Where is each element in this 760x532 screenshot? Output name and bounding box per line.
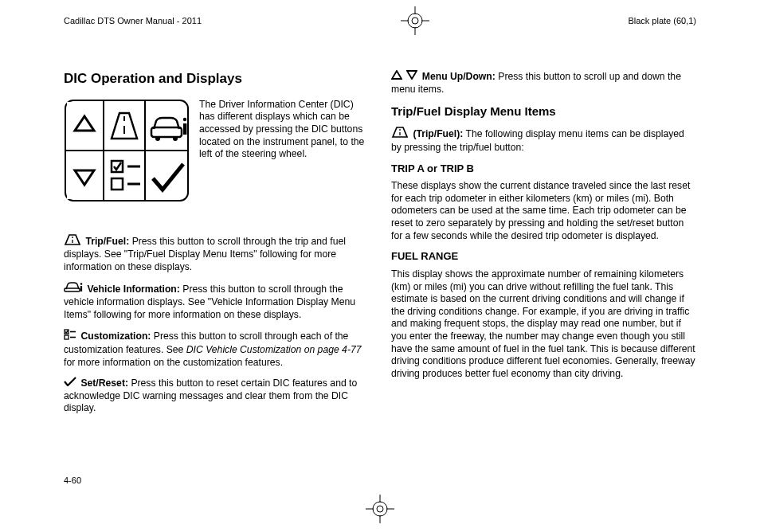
fuelrange-heading: FUEL RANGE: [391, 250, 696, 264]
svg-point-4: [408, 14, 422, 28]
svg-point-5: [412, 18, 418, 24]
customization-paragraph: Customization: Press this button to scro…: [64, 329, 369, 369]
left-column: DIC Operation and Displays: [64, 70, 369, 423]
svg-point-16: [173, 136, 178, 141]
custom-text-b: for more information on the customizatio…: [64, 357, 283, 368]
svg-point-39: [377, 506, 383, 512]
vehicle-label: Vehicle Information:: [87, 283, 179, 294]
menu-label: Menu Up/Down:: [422, 71, 496, 82]
page-number: 4-60: [64, 475, 81, 486]
checklist-icon: [64, 329, 76, 344]
svg-rect-11: [67, 152, 102, 199]
svg-rect-18: [183, 123, 186, 135]
svg-rect-25: [65, 288, 80, 291]
car-info-icon: [64, 282, 83, 297]
svg-point-26: [80, 283, 83, 285]
crop-mark-bottom: [366, 495, 394, 527]
svg-rect-29: [65, 335, 69, 339]
set-label: Set/Reset:: [80, 377, 128, 389]
svg-rect-10: [67, 102, 102, 149]
header-right: Black plate (60,1): [628, 15, 696, 26]
right-column: Menu Up/Down: Press this button to scrol…: [391, 70, 696, 423]
dic-operation-heading: DIC Operation and Displays: [64, 70, 369, 88]
tripfuel-label-2: (Trip/Fuel):: [413, 128, 463, 139]
dic-buttons-illustration: [64, 99, 190, 202]
road-icon: [64, 234, 81, 249]
tripfuel-paragraph: Trip/Fuel: Press this button to scroll t…: [64, 234, 369, 274]
road-icon-2: [391, 127, 409, 142]
header-left: Cadillac DTS Owner Manual - 2011: [64, 15, 202, 26]
setreset-paragraph: Set/Reset: Press this button to reset ce…: [64, 377, 369, 415]
content-area: DIC Operation and Displays: [0, 38, 760, 431]
tripfuel-menu-paragraph: (Trip/Fuel): The following display menu …: [391, 127, 696, 154]
tripfuel-menu-heading: Trip/Fuel Display Menu Items: [391, 104, 696, 119]
fuelrange-text: This display shows the approximate numbe…: [391, 268, 696, 380]
menu-updown-paragraph: Menu Up/Down: Press this button to scrol…: [391, 70, 696, 96]
svg-rect-27: [80, 286, 82, 291]
svg-point-38: [373, 502, 387, 516]
custom-text-ref: DIC Vehicle Customization on page 4-77: [186, 344, 362, 355]
vehicle-info-paragraph: Vehicle Information: Press this button t…: [64, 282, 369, 322]
checkmark-icon: [64, 377, 76, 390]
tripab-text: These displays show the current distance…: [391, 180, 696, 242]
chevron-down-icon: [406, 70, 417, 84]
tripab-heading: TRIP A or TRIP B: [391, 162, 696, 176]
svg-point-15: [155, 136, 160, 141]
svg-point-17: [183, 118, 186, 121]
tripfuel-label: Trip/Fuel:: [85, 235, 129, 246]
page-header: Cadillac DTS Owner Manual - 2011 Black p…: [0, 0, 760, 38]
custom-label: Customization:: [80, 331, 151, 342]
crop-mark-top: [401, 6, 429, 35]
chevron-up-icon: [391, 70, 402, 84]
